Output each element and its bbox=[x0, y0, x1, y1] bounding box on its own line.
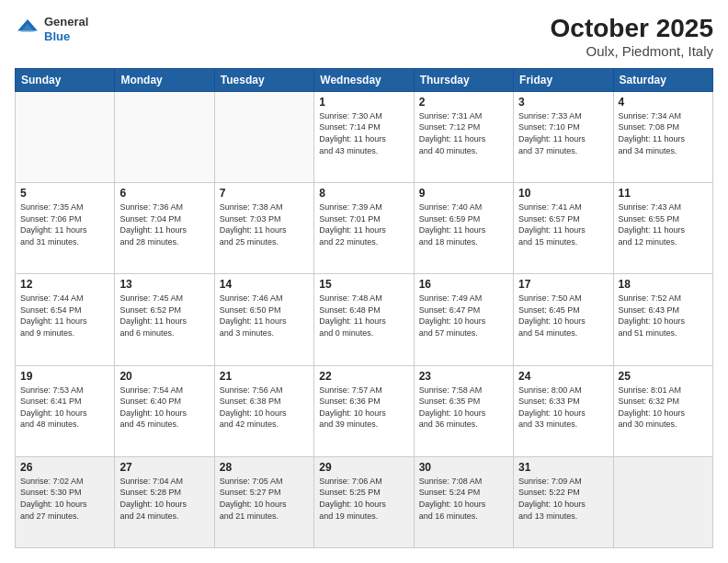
calendar-cell bbox=[613, 456, 712, 547]
calendar-cell: 13Sunrise: 7:45 AMSunset: 6:52 PMDayligh… bbox=[115, 274, 214, 365]
logo-general-text: General bbox=[44, 15, 88, 29]
day-info: Sunrise: 7:36 AMSunset: 7:04 PMDaylight:… bbox=[119, 201, 209, 247]
day-number: 13 bbox=[119, 278, 209, 291]
calendar-cell: 15Sunrise: 7:48 AMSunset: 6:48 PMDayligh… bbox=[314, 274, 414, 365]
day-info: Sunrise: 7:35 AMSunset: 7:06 PMDaylight:… bbox=[20, 201, 109, 247]
day-info: Sunrise: 7:02 AMSunset: 5:30 PMDaylight:… bbox=[20, 476, 109, 522]
calendar-week-3: 19Sunrise: 7:53 AMSunset: 6:41 PMDayligh… bbox=[16, 365, 713, 456]
day-info: Sunrise: 7:33 AMSunset: 7:10 PMDaylight:… bbox=[518, 110, 608, 156]
calendar-cell: 8Sunrise: 7:39 AMSunset: 7:01 PMDaylight… bbox=[314, 183, 414, 274]
day-number: 23 bbox=[419, 370, 508, 383]
day-number: 7 bbox=[220, 187, 309, 200]
title-block: October 2025 Oulx, Piedmont, Italy bbox=[551, 15, 713, 59]
day-number: 19 bbox=[20, 370, 109, 383]
calendar-cell: 22Sunrise: 7:57 AMSunset: 6:36 PMDayligh… bbox=[314, 365, 414, 456]
calendar-cell: 18Sunrise: 7:52 AMSunset: 6:43 PMDayligh… bbox=[613, 274, 712, 365]
day-info: Sunrise: 7:43 AMSunset: 6:55 PMDaylight:… bbox=[619, 201, 708, 247]
day-info: Sunrise: 7:57 AMSunset: 6:36 PMDaylight:… bbox=[319, 385, 408, 431]
day-info: Sunrise: 7:53 AMSunset: 6:41 PMDaylight:… bbox=[20, 385, 109, 431]
day-number: 2 bbox=[419, 96, 508, 109]
day-number: 24 bbox=[518, 370, 608, 383]
col-monday: Monday bbox=[115, 68, 214, 91]
day-info: Sunrise: 7:04 AMSunset: 5:28 PMDaylight:… bbox=[119, 476, 209, 522]
day-info: Sunrise: 7:30 AMSunset: 7:14 PMDaylight:… bbox=[319, 110, 408, 156]
calendar-cell: 5Sunrise: 7:35 AMSunset: 7:06 PMDaylight… bbox=[16, 183, 115, 274]
day-info: Sunrise: 7:38 AMSunset: 7:03 PMDaylight:… bbox=[220, 201, 309, 247]
calendar-cell: 29Sunrise: 7:06 AMSunset: 5:25 PMDayligh… bbox=[314, 456, 414, 547]
calendar-cell bbox=[214, 91, 313, 182]
calendar-cell: 6Sunrise: 7:36 AMSunset: 7:04 PMDaylight… bbox=[115, 183, 214, 274]
day-number: 31 bbox=[518, 461, 608, 474]
day-info: Sunrise: 7:45 AMSunset: 6:52 PMDaylight:… bbox=[119, 293, 209, 339]
day-info: Sunrise: 7:54 AMSunset: 6:40 PMDaylight:… bbox=[119, 385, 209, 431]
calendar-cell: 30Sunrise: 7:08 AMSunset: 5:24 PMDayligh… bbox=[414, 456, 513, 547]
calendar-cell: 4Sunrise: 7:34 AMSunset: 7:08 PMDaylight… bbox=[613, 91, 712, 182]
col-wednesday: Wednesday bbox=[314, 68, 414, 91]
logo-text: General Blue bbox=[44, 15, 88, 43]
calendar-cell: 19Sunrise: 7:53 AMSunset: 6:41 PMDayligh… bbox=[16, 365, 115, 456]
day-info: Sunrise: 8:01 AMSunset: 6:32 PMDaylight:… bbox=[619, 385, 708, 431]
day-info: Sunrise: 7:09 AMSunset: 5:22 PMDaylight:… bbox=[518, 476, 608, 522]
calendar-week-4: 26Sunrise: 7:02 AMSunset: 5:30 PMDayligh… bbox=[16, 456, 713, 547]
day-number: 28 bbox=[220, 461, 309, 474]
day-info: Sunrise: 7:44 AMSunset: 6:54 PMDaylight:… bbox=[20, 293, 109, 339]
day-number: 16 bbox=[419, 278, 508, 291]
day-info: Sunrise: 7:41 AMSunset: 6:57 PMDaylight:… bbox=[518, 201, 608, 247]
day-info: Sunrise: 7:06 AMSunset: 5:25 PMDaylight:… bbox=[319, 476, 408, 522]
day-number: 22 bbox=[319, 370, 408, 383]
day-number: 8 bbox=[319, 187, 408, 200]
calendar-header-row: Sunday Monday Tuesday Wednesday Thursday… bbox=[16, 68, 713, 91]
calendar-cell: 26Sunrise: 7:02 AMSunset: 5:30 PMDayligh… bbox=[16, 456, 115, 547]
calendar-cell: 21Sunrise: 7:56 AMSunset: 6:38 PMDayligh… bbox=[214, 365, 313, 456]
day-number: 6 bbox=[119, 187, 209, 200]
day-info: Sunrise: 7:40 AMSunset: 6:59 PMDaylight:… bbox=[419, 201, 508, 247]
calendar-title: October 2025 bbox=[551, 15, 713, 43]
day-number: 17 bbox=[518, 278, 608, 291]
col-thursday: Thursday bbox=[414, 68, 513, 91]
day-number: 21 bbox=[220, 370, 309, 383]
calendar-cell: 11Sunrise: 7:43 AMSunset: 6:55 PMDayligh… bbox=[613, 183, 712, 274]
calendar-cell: 31Sunrise: 7:09 AMSunset: 5:22 PMDayligh… bbox=[514, 456, 613, 547]
day-info: Sunrise: 7:05 AMSunset: 5:27 PMDaylight:… bbox=[220, 476, 309, 522]
day-info: Sunrise: 7:34 AMSunset: 7:08 PMDaylight:… bbox=[619, 110, 708, 156]
logo-blue-text: Blue bbox=[44, 29, 88, 44]
col-sunday: Sunday bbox=[16, 68, 115, 91]
day-number: 25 bbox=[619, 370, 708, 383]
calendar-cell: 27Sunrise: 7:04 AMSunset: 5:28 PMDayligh… bbox=[115, 456, 214, 547]
day-info: Sunrise: 7:46 AMSunset: 6:50 PMDaylight:… bbox=[220, 293, 309, 339]
page: General Blue October 2025 Oulx, Piedmont… bbox=[0, 0, 728, 563]
calendar-cell: 3Sunrise: 7:33 AMSunset: 7:10 PMDaylight… bbox=[514, 91, 613, 182]
day-number: 27 bbox=[119, 461, 209, 474]
day-number: 3 bbox=[518, 96, 608, 109]
day-number: 26 bbox=[20, 461, 109, 474]
calendar-cell: 14Sunrise: 7:46 AMSunset: 6:50 PMDayligh… bbox=[214, 274, 313, 365]
calendar-cell: 28Sunrise: 7:05 AMSunset: 5:27 PMDayligh… bbox=[214, 456, 313, 547]
col-friday: Friday bbox=[514, 68, 613, 91]
calendar-cell: 7Sunrise: 7:38 AMSunset: 7:03 PMDaylight… bbox=[214, 183, 313, 274]
day-number: 15 bbox=[319, 278, 408, 291]
col-tuesday: Tuesday bbox=[214, 68, 313, 91]
day-info: Sunrise: 7:31 AMSunset: 7:12 PMDaylight:… bbox=[419, 110, 508, 156]
day-number: 9 bbox=[419, 187, 508, 200]
calendar-cell: 17Sunrise: 7:50 AMSunset: 6:45 PMDayligh… bbox=[514, 274, 613, 365]
day-info: Sunrise: 7:50 AMSunset: 6:45 PMDaylight:… bbox=[518, 293, 608, 339]
day-number: 1 bbox=[319, 96, 408, 109]
day-info: Sunrise: 8:00 AMSunset: 6:33 PMDaylight:… bbox=[518, 385, 608, 431]
calendar-cell: 24Sunrise: 8:00 AMSunset: 6:33 PMDayligh… bbox=[514, 365, 613, 456]
day-info: Sunrise: 7:58 AMSunset: 6:35 PMDaylight:… bbox=[419, 385, 508, 431]
day-number: 5 bbox=[20, 187, 109, 200]
calendar-cell: 23Sunrise: 7:58 AMSunset: 6:35 PMDayligh… bbox=[414, 365, 513, 456]
day-number: 29 bbox=[319, 461, 408, 474]
calendar-cell: 9Sunrise: 7:40 AMSunset: 6:59 PMDaylight… bbox=[414, 183, 513, 274]
day-number: 18 bbox=[619, 278, 708, 291]
day-number: 11 bbox=[619, 187, 708, 200]
calendar-week-2: 12Sunrise: 7:44 AMSunset: 6:54 PMDayligh… bbox=[16, 274, 713, 365]
day-info: Sunrise: 7:48 AMSunset: 6:48 PMDaylight:… bbox=[319, 293, 408, 339]
calendar-cell: 20Sunrise: 7:54 AMSunset: 6:40 PMDayligh… bbox=[115, 365, 214, 456]
day-info: Sunrise: 7:56 AMSunset: 6:38 PMDaylight:… bbox=[220, 385, 309, 431]
day-info: Sunrise: 7:52 AMSunset: 6:43 PMDaylight:… bbox=[619, 293, 708, 339]
calendar-cell: 16Sunrise: 7:49 AMSunset: 6:47 PMDayligh… bbox=[414, 274, 513, 365]
day-number: 4 bbox=[619, 96, 708, 109]
day-info: Sunrise: 7:39 AMSunset: 7:01 PMDaylight:… bbox=[319, 201, 408, 247]
col-saturday: Saturday bbox=[613, 68, 712, 91]
